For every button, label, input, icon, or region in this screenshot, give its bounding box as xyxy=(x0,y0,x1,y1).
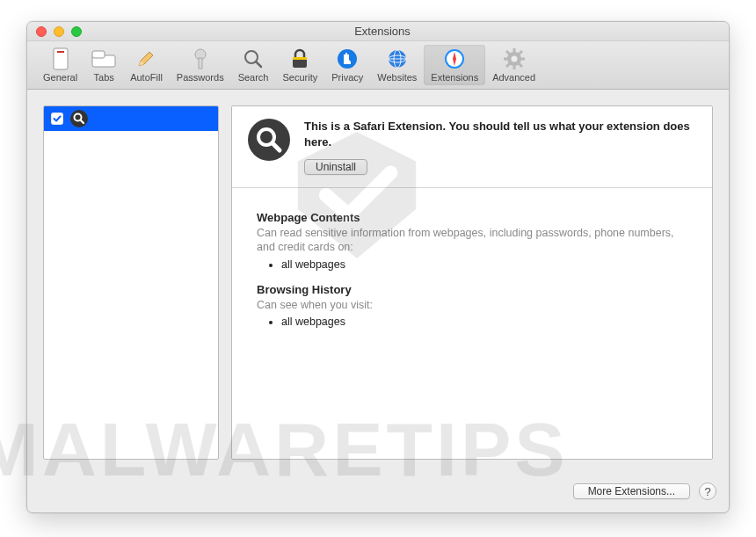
permission-bullet: all webpages xyxy=(281,316,687,328)
permission-subtitle-browsing-history: Can see when you visit: xyxy=(257,298,687,312)
permission-subtitle-webpage-contents: Can read sensitive information from webp… xyxy=(257,226,687,255)
svg-line-29 xyxy=(273,143,280,150)
extension-detail-panel: This is a Safari Extension. You should t… xyxy=(231,105,713,460)
tab-general[interactable]: General xyxy=(36,45,84,85)
extension-item-icon xyxy=(70,110,88,127)
general-icon xyxy=(48,47,73,71)
tab-passwords[interactable]: Passwords xyxy=(170,45,231,85)
hand-icon xyxy=(335,47,360,71)
permission-title-webpage-contents: Webpage Contents xyxy=(257,211,687,224)
preferences-toolbar: General Tabs AutoFill Passwords xyxy=(27,41,729,90)
window-title: Extensions xyxy=(82,25,729,38)
traffic-lights xyxy=(36,26,82,37)
tab-extensions[interactable]: Extensions xyxy=(424,45,485,85)
tab-autofill[interactable]: AutoFill xyxy=(123,45,170,85)
tabs-icon xyxy=(91,47,116,71)
search-icon xyxy=(241,47,265,71)
tab-advanced[interactable]: Advanced xyxy=(485,45,542,85)
key-icon xyxy=(188,47,213,71)
uninstall-button[interactable]: Uninstall xyxy=(304,159,367,175)
tab-search[interactable]: Search xyxy=(231,45,276,85)
svg-line-8 xyxy=(256,62,261,67)
extension-description: This is a Safari Extension. You should t… xyxy=(304,119,696,149)
globe-icon xyxy=(385,47,410,71)
tab-security[interactable]: Security xyxy=(275,45,324,85)
autofill-pencil-icon xyxy=(134,47,158,71)
preferences-window: Extensions General Tabs AutoFill xyxy=(26,21,730,513)
minimize-window-button[interactable] xyxy=(54,26,64,37)
extensions-sidebar xyxy=(43,105,219,460)
svg-rect-2 xyxy=(57,51,64,53)
window-titlebar: Extensions xyxy=(27,22,729,41)
content-body: This is a Safari Extension. You should t… xyxy=(27,90,729,475)
permission-bullet: all webpages xyxy=(281,258,687,271)
svg-rect-4 xyxy=(92,51,105,58)
permission-title-browsing-history: Browsing History xyxy=(257,283,687,296)
svg-rect-6 xyxy=(199,58,202,69)
sidebar-item-extension[interactable] xyxy=(44,106,218,131)
tab-tabs[interactable]: Tabs xyxy=(84,45,123,85)
extension-large-icon xyxy=(248,119,290,161)
svg-point-25 xyxy=(511,56,517,62)
tab-privacy[interactable]: Privacy xyxy=(324,45,370,85)
close-window-button[interactable] xyxy=(36,26,47,37)
help-button[interactable]: ? xyxy=(699,483,716,500)
tab-websites[interactable]: Websites xyxy=(370,45,424,85)
svg-rect-10 xyxy=(293,57,307,60)
permissions-block: Webpage Contents Can read sensitive info… xyxy=(232,188,712,351)
zoom-window-button[interactable] xyxy=(71,26,82,37)
more-extensions-button[interactable]: More Extensions... xyxy=(573,483,690,499)
extension-enable-checkbox[interactable] xyxy=(51,112,63,125)
gear-icon xyxy=(502,47,527,71)
svg-line-27 xyxy=(81,120,84,124)
compass-icon xyxy=(442,47,467,71)
lock-icon xyxy=(287,47,312,71)
